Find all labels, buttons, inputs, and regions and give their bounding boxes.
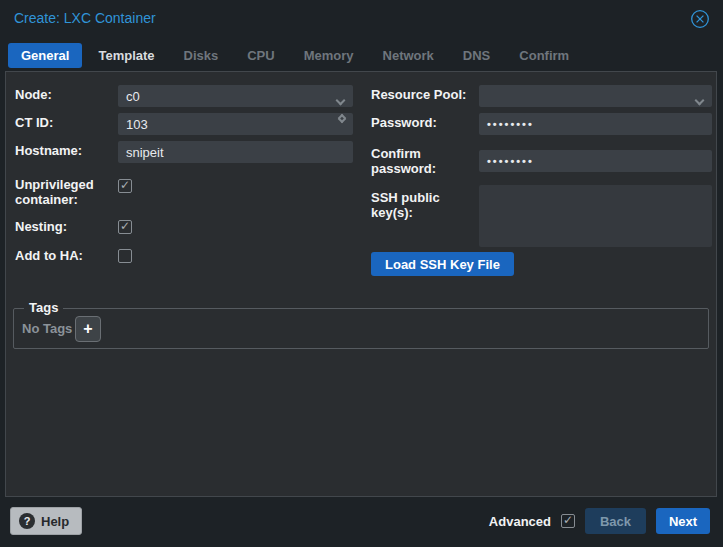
tags-fieldset: Tags No Tags + xyxy=(13,308,709,349)
password-label: Password: xyxy=(371,115,437,130)
confirm-password-input[interactable]: •••••••• xyxy=(479,150,712,172)
close-icon[interactable] xyxy=(690,9,710,29)
tab-memory: Memory xyxy=(291,43,367,68)
confirm-password-value: •••••••• xyxy=(487,155,534,167)
plus-icon: + xyxy=(83,320,92,338)
unprivileged-label: Unprivileged container: xyxy=(15,177,110,207)
tags-legend: Tags xyxy=(24,300,63,315)
password-value: •••••••• xyxy=(487,118,534,130)
nesting-label: Nesting: xyxy=(15,219,67,234)
chevron-down-icon xyxy=(337,92,344,107)
node-combobox[interactable]: c0 xyxy=(118,85,353,107)
ssh-keys-textarea[interactable] xyxy=(479,185,712,247)
dialog-title: Create: LXC Container xyxy=(14,10,156,26)
confirm-password-label: Confirm password: xyxy=(371,146,471,176)
back-button[interactable]: Back xyxy=(585,508,646,534)
tab-network: Network xyxy=(370,43,447,68)
ct-id-label: CT ID: xyxy=(15,115,53,130)
hostname-value: snipeit xyxy=(126,145,164,160)
next-button[interactable]: Next xyxy=(656,508,710,534)
tab-confirm: Confirm xyxy=(506,43,582,68)
help-button-label: Help xyxy=(41,514,69,529)
spinner-up-down-icon[interactable] xyxy=(339,115,345,122)
resource-pool-label: Resource Pool: xyxy=(371,87,466,102)
dialog-titlebar: Create: LXC Container xyxy=(0,0,723,38)
tab-disks: Disks xyxy=(171,43,232,68)
nesting-checkbox[interactable] xyxy=(118,220,132,234)
node-label: Node: xyxy=(15,87,52,102)
help-button[interactable]: ? Help xyxy=(10,507,82,535)
ct-id-value: 103 xyxy=(126,117,148,132)
password-input[interactable]: •••••••• xyxy=(479,113,712,135)
hostname-input[interactable]: snipeit xyxy=(118,141,353,163)
tab-bar: General Template Disks CPU Memory Networ… xyxy=(8,40,582,70)
tab-dns: DNS xyxy=(450,43,503,68)
ssh-keys-label: SSH public key(s): xyxy=(371,190,471,220)
no-tags-text: No Tags xyxy=(22,321,72,336)
advanced-label: Advanced xyxy=(489,514,551,529)
add-to-ha-label: Add to HA: xyxy=(15,248,83,263)
help-icon: ? xyxy=(19,513,35,529)
advanced-checkbox[interactable] xyxy=(561,514,575,528)
add-to-ha-checkbox[interactable] xyxy=(118,249,132,263)
footer-actions: Advanced Back Next xyxy=(489,508,710,534)
form-panel: Node: c0 CT ID: 103 Hostname: snipeit Un… xyxy=(5,71,717,497)
tab-cpu: CPU xyxy=(234,43,287,68)
ct-id-spinner[interactable]: 103 xyxy=(118,113,353,135)
footer-toolbar: ? Help Advanced Back Next xyxy=(0,497,723,547)
tab-general[interactable]: General xyxy=(8,43,82,68)
unprivileged-checkbox[interactable] xyxy=(118,179,132,193)
hostname-label: Hostname: xyxy=(15,143,82,158)
chevron-down-icon xyxy=(696,92,703,107)
node-value: c0 xyxy=(126,89,140,104)
add-tag-button[interactable]: + xyxy=(75,316,101,342)
load-ssh-key-file-button[interactable]: Load SSH Key File xyxy=(371,252,514,276)
resource-pool-combobox[interactable] xyxy=(479,85,712,107)
tab-template[interactable]: Template xyxy=(85,43,167,68)
